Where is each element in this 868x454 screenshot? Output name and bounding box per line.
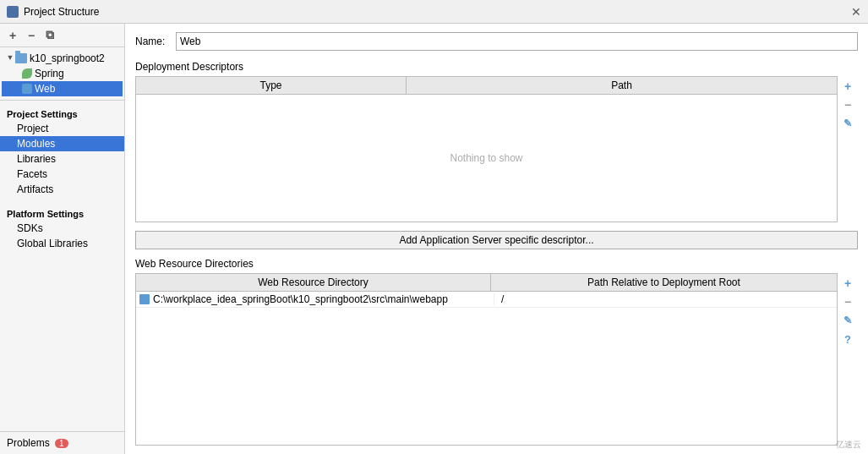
web-resource-action-buttons: + − ✎ ? (838, 273, 858, 446)
deployment-table-area: Type Path Nothing to show (135, 76, 838, 222)
deployment-table-body: Nothing to show (136, 95, 837, 222)
path-column-header: Path (407, 77, 837, 94)
facets-label: Facets (17, 168, 47, 180)
web-resource-dir-header: Web Resource Directory (136, 274, 491, 291)
close-button[interactable]: ✕ (851, 5, 861, 19)
tree-root-label: k10_springboot2 (30, 52, 105, 64)
dir-folder-icon (139, 294, 150, 304)
artifacts-label: Artifacts (17, 183, 53, 195)
sidebar-toolbar: + − ⧉ (0, 24, 124, 47)
web-resource-section: Web Resource Directory Path Relative to … (135, 273, 858, 446)
title-bar: Project Structure ✕ (0, 0, 868, 24)
platform-settings-label: Platform Settings (0, 204, 124, 221)
chevron-down-icon: ▼ (5, 53, 15, 63)
web-resource-rel-header: Path Relative to Deployment Root (491, 274, 837, 291)
empty-message: Nothing to show (450, 152, 522, 164)
global-libraries-label: Global Libraries (17, 238, 88, 249)
directory-cell: C:\workplace_idea_springBoot\k10_springb… (139, 293, 494, 305)
deployment-action-buttons: + − ✎ (838, 76, 858, 222)
sidebar-item-project[interactable]: Project (0, 121, 124, 136)
name-input[interactable] (176, 32, 858, 51)
main-container: + − ⧉ ▼ k10_springboot2 Spring Web Proje… (0, 24, 868, 454)
problems-badge: 1 (55, 439, 68, 448)
name-label: Name: (135, 36, 169, 47)
sidebar-nav: Project Settings Project Modules Librari… (0, 101, 124, 431)
web-resource-header: Web Resource Directory Path Relative to … (136, 274, 837, 292)
folder-icon (15, 53, 27, 63)
libraries-label: Libraries (17, 153, 56, 165)
tree-web-item[interactable]: Web (2, 81, 123, 96)
tree-root-item[interactable]: ▼ k10_springboot2 (2, 51, 123, 66)
remove-button[interactable]: − (24, 28, 39, 43)
sidebar-item-libraries[interactable]: Libraries (0, 151, 124, 167)
deployment-remove-button[interactable]: − (839, 96, 856, 113)
sidebar-item-modules[interactable]: Modules (0, 136, 124, 151)
title-bar-left: Project Structure (7, 6, 99, 18)
deployment-section: Type Path Nothing to show + − ✎ (135, 76, 858, 222)
project-label: Project (17, 123, 48, 134)
problems-label: Problems (7, 437, 50, 449)
relative-path-cell: / (494, 293, 833, 305)
web-resource-table: Web Resource Directory Path Relative to … (135, 273, 838, 446)
web-resource-directories-label: Web Resource Directories (135, 258, 858, 270)
type-column-header: Type (136, 77, 407, 94)
sidebar: + − ⧉ ▼ k10_springboot2 Spring Web Proje… (0, 24, 125, 454)
spring-icon (22, 68, 32, 79)
sidebar-item-global-libraries[interactable]: Global Libraries (0, 236, 124, 251)
web-resource-area: Web Resource Directory Path Relative to … (135, 273, 838, 446)
project-settings-label: Project Settings (0, 104, 124, 121)
sdks-label: SDKs (17, 222, 43, 234)
project-structure-icon (7, 6, 19, 18)
web-resource-help-button[interactable]: ? (839, 331, 856, 347)
modules-label: Modules (17, 138, 55, 150)
name-row: Name: (135, 32, 858, 51)
web-resource-body: C:\workplace_idea_springBoot\k10_springb… (136, 292, 837, 308)
sidebar-item-sdks[interactable]: SDKs (0, 221, 124, 236)
tree-spring-label: Spring (35, 68, 64, 79)
web-resource-remove-button[interactable]: − (839, 293, 856, 310)
tree-web-label: Web (35, 83, 55, 95)
add-descriptor-button[interactable]: Add Application Server specific descript… (135, 231, 858, 249)
problems-area[interactable]: Problems 1 (0, 431, 124, 454)
deployment-edit-button[interactable]: ✎ (839, 115, 856, 132)
directory-path: C:\workplace_idea_springBoot\k10_springb… (153, 293, 448, 305)
deployment-descriptors-label: Deployment Descriptors (135, 61, 858, 73)
copy-button[interactable]: ⧉ (42, 28, 57, 43)
web-resource-add-button[interactable]: + (839, 275, 856, 292)
sidebar-item-facets[interactable]: Facets (0, 167, 124, 182)
project-tree: ▼ k10_springboot2 Spring Web (0, 47, 124, 101)
deployment-add-button[interactable]: + (839, 78, 856, 95)
deployment-table: Type Path Nothing to show (135, 76, 838, 222)
tree-spring-item[interactable]: Spring (2, 66, 123, 81)
web-resource-row[interactable]: C:\workplace_idea_springBoot\k10_springb… (136, 292, 837, 308)
web-icon (22, 84, 32, 94)
sidebar-item-artifacts[interactable]: Artifacts (0, 182, 124, 197)
watermark: 亿速云 (836, 439, 861, 451)
title-bar-title: Project Structure (24, 6, 99, 18)
add-button[interactable]: + (5, 28, 20, 43)
content-panel: Name: Deployment Descriptors Type Path N… (125, 24, 868, 454)
web-resource-edit-button[interactable]: ✎ (839, 312, 856, 329)
deployment-table-header: Type Path (136, 77, 837, 95)
